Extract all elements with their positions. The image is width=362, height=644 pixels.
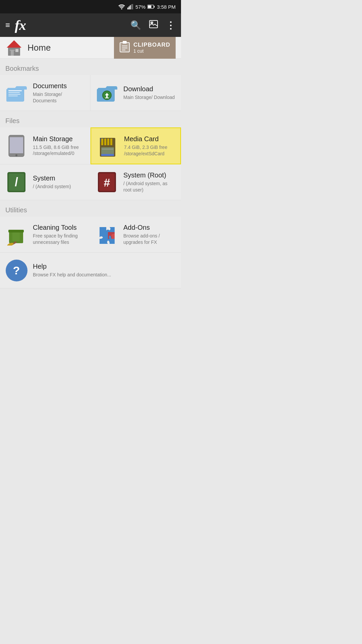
bookmarks-section: Bookmarks Documents Main Storage/ — [0, 59, 181, 111]
download-subtitle: Main Storage/ Download — [123, 94, 175, 100]
help-text: Help Browse FX help and documentation... — [33, 263, 111, 278]
help-item[interactable]: ? Help Browse FX help and documentation.… — [0, 253, 181, 288]
svg-rect-8 — [154, 6, 155, 7]
svg-rect-13 — [11, 50, 14, 56]
svg-rect-39 — [101, 139, 103, 145]
clipboard-count: 1 cut — [133, 48, 170, 54]
system-root-subtitle: / (Android system, as root user) — [123, 180, 176, 193]
home-bar: Home CLIPBOARD 1 cut — [0, 37, 181, 59]
svg-rect-32 — [105, 98, 109, 98]
bookmarks-grid: Documents Main Storage/ Documents — [0, 75, 181, 111]
app-bar-left: ≡ fx — [5, 17, 26, 33]
svg-text:/: / — [15, 175, 18, 189]
system-root-text: System (Root) / (Android system, as root… — [123, 171, 176, 193]
cleaning-tools-icon — [5, 223, 28, 246]
home-left: Home — [5, 40, 51, 56]
media-card-title: Media Card — [124, 135, 176, 143]
media-card-text: Media Card 7.4 GiB, 2.3 GiB free /storag… — [124, 135, 176, 156]
more-options-icon[interactable]: ⋮ — [166, 20, 176, 31]
app-logo: fx — [15, 17, 26, 33]
bookmarks-header: Bookmarks — [0, 59, 181, 75]
battery-percentage: 57% — [135, 4, 145, 10]
svg-rect-45 — [101, 154, 114, 156]
addons-icon — [95, 223, 119, 246]
svg-rect-5 — [132, 4, 133, 9]
system-item[interactable]: / System / (Android system) — [0, 164, 90, 200]
svg-text:#: # — [104, 176, 110, 189]
media-card-icon — [96, 134, 119, 158]
svg-rect-53 — [8, 230, 24, 232]
system-text: System / (Android system) — [33, 174, 71, 190]
main-storage-item[interactable]: Main Storage 11.5 GiB, 8.6 GiB free /sto… — [0, 127, 90, 164]
svg-rect-25 — [8, 94, 20, 95]
media-card-subtitle: 7.4 GiB, 2.3 GiB free /storage/extSdCard — [124, 144, 176, 156]
utilities-section: Utilities — [0, 200, 181, 288]
system-subtitle: / (Android system) — [33, 183, 71, 190]
system-root-icon: # — [95, 170, 119, 194]
home-title: Home — [27, 43, 51, 53]
help-subtitle: Browse FX help and documentation... — [33, 272, 111, 278]
svg-rect-43 — [101, 147, 114, 155]
system-root-item[interactable]: # System (Root) / (Android system, as ro… — [90, 164, 181, 200]
system-title: System — [33, 174, 71, 182]
svg-rect-7 — [148, 5, 151, 8]
files-header: Files — [0, 111, 181, 127]
svg-point-36 — [15, 154, 17, 156]
clipboard-label: CLIPBOARD — [133, 42, 170, 48]
help-title: Help — [33, 263, 111, 270]
svg-marker-12 — [7, 40, 21, 48]
svg-rect-42 — [110, 139, 112, 145]
download-text: Download Main Storage/ Download — [123, 85, 175, 100]
svg-rect-2 — [129, 6, 130, 9]
home-icon — [5, 40, 23, 56]
media-card-item[interactable]: Media Card 7.4 GiB, 2.3 GiB free /storag… — [90, 127, 181, 164]
time: 3:58 PM — [157, 4, 176, 10]
svg-rect-24 — [8, 92, 20, 93]
addons-title: Add-Ons — [123, 224, 176, 231]
main-storage-subtitle: 11.5 GiB, 8.6 GiB free /storage/emulated… — [33, 144, 86, 156]
svg-rect-1 — [127, 8, 128, 9]
clipboard-button[interactable]: CLIPBOARD 1 cut — [114, 37, 176, 59]
search-icon[interactable]: 🔍 — [130, 20, 141, 31]
svg-point-0 — [121, 8, 122, 9]
battery-icon — [147, 4, 155, 9]
files-grid: Main Storage 11.5 GiB, 8.6 GiB free /sto… — [0, 127, 181, 200]
documents-title: Documents — [33, 82, 85, 90]
documents-item[interactable]: Documents Main Storage/ Documents — [0, 75, 90, 111]
cleaning-tools-title: Cleaning Tools — [33, 224, 86, 231]
cleaning-tools-subtitle: Free space by finding unnecessary files — [33, 233, 86, 245]
wifi-icon — [118, 4, 125, 9]
status-icons: 57% 3:58 PM — [118, 4, 176, 10]
cleaning-tools-item[interactable]: Cleaning Tools Free space by finding unn… — [0, 217, 90, 253]
main-storage-icon — [5, 134, 28, 158]
svg-rect-17 — [123, 41, 127, 44]
documents-subtitle: Main Storage/ Documents — [33, 91, 85, 103]
svg-rect-4 — [131, 4, 132, 9]
main-storage-text: Main Storage 11.5 GiB, 8.6 GiB free /sto… — [33, 135, 86, 156]
svg-rect-59 — [12, 232, 20, 241]
system-root-title: System (Root) — [123, 171, 176, 179]
svg-rect-16 — [120, 43, 129, 52]
download-title: Download — [123, 85, 175, 93]
svg-rect-14 — [15, 49, 18, 52]
svg-rect-23 — [8, 90, 22, 91]
system-icon: / — [5, 170, 28, 194]
app-bar: ≡ fx 🔍 ⋮ — [0, 13, 181, 37]
main-storage-title: Main Storage — [33, 135, 86, 143]
signal-icon — [127, 4, 133, 9]
addons-text: Add-Ons Browse add-ons / upgrades for FX — [123, 224, 176, 245]
download-icon — [95, 81, 119, 105]
download-item[interactable]: Download Main Storage/ Download — [90, 75, 181, 111]
gallery-icon[interactable] — [149, 20, 158, 30]
svg-rect-35 — [10, 137, 23, 153]
addons-subtitle: Browse add-ons / upgrades for FX — [123, 233, 176, 245]
app-bar-actions: 🔍 ⋮ — [130, 20, 176, 31]
svg-rect-44 — [102, 149, 113, 150]
files-section: Files Main Storage 11.5 GiB, 8.6 GiB fre… — [0, 111, 181, 200]
help-icon: ? — [5, 259, 28, 282]
utilities-grid: Cleaning Tools Free space by finding unn… — [0, 217, 181, 288]
svg-rect-26 — [8, 96, 18, 96]
clipboard-icon — [119, 41, 130, 55]
hamburger-icon[interactable]: ≡ — [5, 20, 10, 30]
addons-item[interactable]: Add-Ons Browse add-ons / upgrades for FX — [90, 217, 181, 253]
